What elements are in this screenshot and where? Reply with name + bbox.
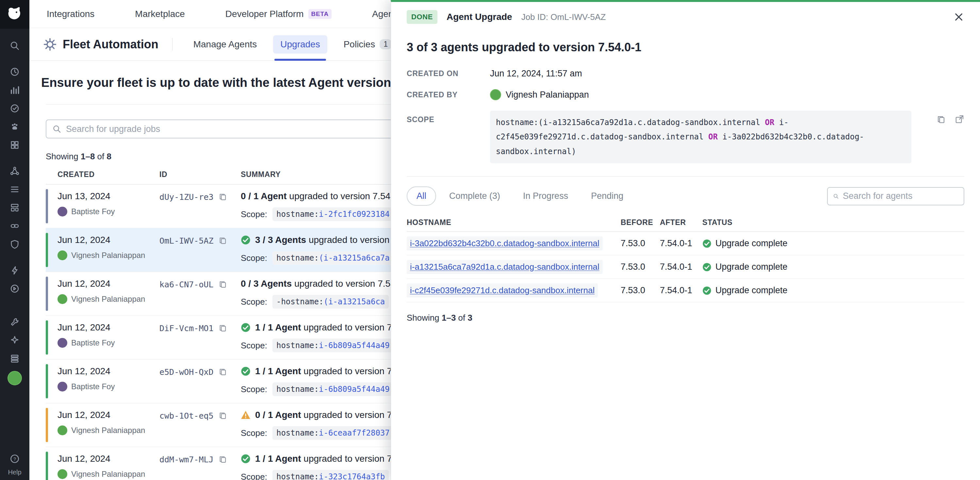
fleet-title-group: Fleet Automation [43, 28, 158, 60]
copy-icon[interactable] [218, 192, 228, 202]
scope-label: Scope: [241, 384, 267, 394]
created-on-value: Jun 12, 2024, 11:57 am [490, 68, 582, 79]
created-by-label: CREATED BY [407, 91, 490, 99]
job-date: Jun 12, 2024 [57, 235, 159, 245]
topnav-item[interactable]: Marketplace [135, 9, 185, 19]
open-in-new-icon[interactable] [955, 114, 964, 124]
hostname-link[interactable]: i-a13215a6ca7a92d1a.c.datadog-sandbox.in… [407, 260, 603, 274]
metrics-icon[interactable] [8, 83, 22, 97]
success-icon [241, 323, 251, 332]
job-date: Jun 12, 2024 [57, 278, 159, 289]
panel-showing-count: Showing 1–3 of 3 [407, 313, 964, 323]
sidebar-bottom: ? Help [8, 450, 22, 480]
integrations-icon[interactable] [8, 219, 22, 233]
success-icon [241, 366, 251, 376]
copy-icon[interactable] [218, 411, 228, 420]
user-avatar[interactable] [8, 371, 22, 385]
notebooks-icon[interactable] [8, 333, 22, 347]
panel-heading: 3 of 3 agents upgraded to version 7.54.0… [407, 40, 964, 54]
panel-tab[interactable]: All [407, 186, 436, 206]
status-badge: DONE [407, 10, 438, 24]
job-created-cell: Jun 12, 2024 Baptiste Foy [57, 322, 159, 353]
job-created-cell: Jun 12, 2024 Vignesh Palaniappan [57, 278, 159, 309]
hostname-link[interactable]: i-c2f45e039fe29271d.c.datadog-sandbox.in… [407, 283, 598, 297]
more-icon[interactable] [8, 351, 22, 366]
panel-title: Agent Upgrade [447, 12, 512, 22]
avatar [57, 338, 67, 348]
job-created-cell: Jun 12, 2024 Vignesh Palaniappan [57, 235, 159, 265]
containers-icon[interactable] [8, 138, 22, 152]
avatar [57, 294, 67, 304]
job-creator: Vignesh Palaniappan [71, 294, 145, 304]
avatar [57, 250, 67, 260]
copy-icon[interactable] [218, 455, 228, 464]
fleet-tab[interactable]: Upgrades [273, 28, 327, 60]
search-icon[interactable] [8, 38, 22, 53]
fleet-tab-label: Policies [344, 39, 375, 49]
panel-tab[interactable]: In Progress [513, 186, 578, 206]
app-root: ? Help Integrations Marketplace Develope… [0, 0, 980, 480]
agent-row: i-c2f45e039fe29271d.c.datadog-sandbox.in… [407, 279, 964, 302]
history-icon[interactable] [8, 65, 22, 79]
column-hostname: HOSTNAME [407, 218, 620, 227]
created-on-row: CREATED ON Jun 12, 2024, 11:57 am [407, 68, 964, 79]
created-by-row: CREATED BY Vignesh Palaniappan [407, 89, 964, 100]
agents-table: HOSTNAME BEFORE AFTER STATUS i-3a022bd63… [407, 213, 964, 302]
job-date: Jun 13, 2024 [57, 191, 159, 202]
job-summary-text: upgraded to version 7.5 [301, 410, 400, 420]
search-icon [833, 192, 839, 201]
scope-query: hostname:i-6b809a5f44a49 [272, 339, 394, 352]
success-icon [702, 286, 711, 295]
column-id: ID [159, 170, 241, 179]
job-creator: Baptiste Foy [71, 207, 115, 216]
topnav-item[interactable]: Developer Platform BETA [225, 9, 332, 19]
job-creator: Vignesh Palaniappan [71, 470, 145, 479]
monitors-icon[interactable] [8, 101, 22, 116]
close-icon[interactable] [953, 11, 964, 22]
security-icon[interactable] [8, 237, 22, 251]
dashboards-icon[interactable] [8, 200, 22, 215]
job-status-bar [46, 408, 48, 442]
ci-icon[interactable] [8, 281, 22, 296]
topnav-item[interactable]: Integrations [47, 9, 94, 19]
panel-tab[interactable]: Complete (3) [439, 186, 510, 206]
beta-badge: BETA [309, 9, 332, 19]
job-creator: Vignesh Palaniappan [71, 251, 145, 260]
scope-actions [936, 111, 964, 124]
serverless-icon[interactable] [8, 263, 22, 278]
svg-text:?: ? [13, 456, 16, 462]
job-summary-count: 3 / 3 Agents [255, 235, 306, 245]
fleet-tab[interactable]: Policies1 [336, 28, 399, 60]
copy-icon[interactable] [218, 324, 228, 333]
scope-label: Scope: [241, 209, 267, 219]
job-id: e5D-wOH-QxD [159, 367, 214, 377]
job-id-cell: DiF-Vcm-MO1 [159, 322, 241, 353]
service-map-icon[interactable] [8, 164, 22, 178]
scope-query: hostname:(i-a13215a6ca7a [272, 251, 394, 265]
job-id: ddM-wm7-MLJ [159, 455, 214, 464]
job-status-bar [46, 277, 48, 311]
apm-icon[interactable] [8, 315, 22, 329]
copy-icon[interactable] [218, 236, 228, 245]
copy-icon[interactable] [218, 280, 228, 289]
datadog-logo[interactable] [0, 0, 29, 29]
panel-tab[interactable]: Pending [581, 186, 633, 206]
job-id: DiF-Vcm-MO1 [159, 324, 214, 333]
agent-row: i-a13215a6ca7a92d1a.c.datadog-sandbox.in… [407, 255, 964, 279]
infrastructure-icon[interactable] [8, 182, 22, 197]
job-summary-text: upgraded to version 7.5 [301, 322, 400, 332]
agents-search-input[interactable] [843, 191, 958, 201]
job-status-bar [46, 364, 48, 398]
copy-icon[interactable] [218, 367, 228, 377]
agent-before-version: 7.53.0 [620, 285, 660, 296]
fleet-tab[interactable]: Manage Agents [186, 28, 264, 60]
job-id-cell: OmL-IWV-5AZ [159, 235, 241, 265]
watchdog-icon[interactable] [8, 119, 22, 134]
help-icon[interactable]: ? [8, 451, 22, 466]
job-date: Jun 12, 2024 [57, 366, 159, 377]
scope-segment: OR [765, 118, 779, 127]
hostname-link[interactable]: i-3a022bd632b4c32b0.c.datadog-sandbox.in… [407, 237, 603, 250]
job-id: cwb-1Ot-eq5 [159, 411, 214, 421]
scope-label: Scope: [241, 297, 267, 307]
copy-icon[interactable] [936, 114, 946, 124]
